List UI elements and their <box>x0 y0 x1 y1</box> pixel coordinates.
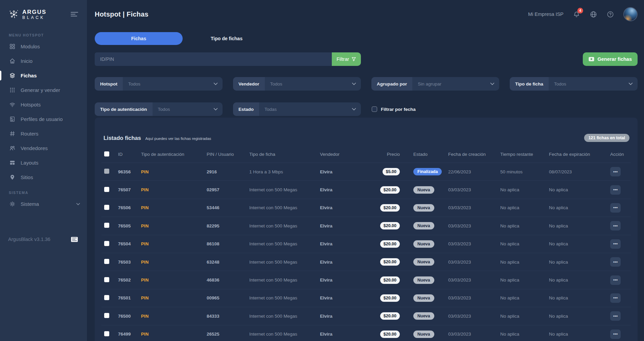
tab-tipo-de-fichas[interactable]: Tipo de fichas <box>183 32 271 45</box>
column-header-precio[interactable]: Precio <box>380 152 413 157</box>
filter-vendedor[interactable]: Vendedor Todos <box>233 77 361 91</box>
cell-id: 76505 <box>118 223 141 228</box>
row-checkbox[interactable] <box>104 169 109 174</box>
row-checkbox[interactable] <box>104 313 109 318</box>
cell-pin: 02957 <box>207 187 249 192</box>
layers-icon <box>9 72 16 79</box>
row-actions-button[interactable]: ••• <box>610 257 621 267</box>
row-actions-button[interactable]: ••• <box>610 167 621 176</box>
cell-vendor: Elvira <box>320 205 380 210</box>
row-actions-button[interactable]: ••• <box>610 311 621 321</box>
sidebar-item-generar-y-vender[interactable]: Generar y vender <box>0 83 87 97</box>
sidebar-item-layouts[interactable]: Layouts <box>0 155 87 170</box>
column-header-auth-type[interactable]: Tipo de autenticación <box>141 152 207 157</box>
column-header-fecha-expiracion[interactable]: Fecha de expiración <box>549 152 610 157</box>
sidebar-item-modulos[interactable]: Modulos <box>0 39 87 54</box>
generate-fichas-button[interactable]: Generar fichas <box>583 52 638 66</box>
row-actions-button[interactable]: ••• <box>610 293 621 303</box>
dots-grid-icon <box>9 87 16 93</box>
row-actions-button[interactable]: ••• <box>610 221 621 230</box>
help-button[interactable] <box>606 10 614 18</box>
filter-value: Todos <box>153 107 213 112</box>
topbar: Hotspot | Fichas Mi Empresa ISP 4 <box>95 0 638 28</box>
cell-vendor: Elvira <box>320 314 380 319</box>
table-row: 76499 PIN 26525 Internet con 500 Megas E… <box>101 325 631 341</box>
cell-pin: 53446 <box>207 205 249 210</box>
filter-estado[interactable]: Estado Todas <box>233 102 361 116</box>
cell-id: 76500 <box>118 314 141 319</box>
row-checkbox[interactable] <box>104 295 109 300</box>
row-actions-button[interactable]: ••• <box>610 185 621 195</box>
cell-expiration-date: No aplica <box>549 260 610 265</box>
price-badge: $20.00 <box>380 331 400 338</box>
more-options-icon: ••• <box>613 260 618 265</box>
row-actions-button[interactable]: ••• <box>610 330 621 339</box>
row-checkbox[interactable] <box>104 277 109 282</box>
cell-ficha-type: Internet con 500 Megas <box>249 205 320 210</box>
cell-auth-type: PIN <box>141 241 207 246</box>
date-filter-checkbox[interactable]: Filtrar por fecha <box>372 106 416 112</box>
column-header-ficha-type[interactable]: Tipo de ficha <box>249 152 320 157</box>
user-avatar[interactable] <box>623 7 638 21</box>
cell-auth-type: PIN <box>141 295 207 300</box>
sidebar-item-vendedores[interactable]: Vendedores <box>0 141 87 155</box>
sidebar-item-sistema[interactable]: Sistema <box>0 197 87 211</box>
table-row: 76504 PIN 86108 Internet con 500 Megas E… <box>101 235 631 253</box>
card-subtitle: Aquí puedes ver las fichas registradas <box>145 137 211 141</box>
column-header-estado[interactable]: Estado <box>413 152 448 157</box>
column-header-vendedor[interactable]: Vendedor <box>320 152 380 157</box>
row-checkbox[interactable] <box>104 331 109 336</box>
tab-fichas[interactable]: Fichas <box>95 32 183 45</box>
column-header-fecha-creacion[interactable]: Fecha de creación <box>448 152 500 157</box>
filter-button[interactable]: Filtrar <box>332 52 361 66</box>
sidebar-item-fichas[interactable]: Fichas <box>0 68 87 83</box>
cell-ficha-type: Internet con 500 Megas <box>249 332 320 337</box>
filter-agrupado-por[interactable]: Agrupado por Sin agrupar <box>371 77 499 91</box>
cell-expiration-date: No aplica <box>549 332 610 337</box>
cell-expiration-date: No aplica <box>549 205 610 210</box>
column-header-pin-usuario[interactable]: PIN / Usuario <box>207 152 249 157</box>
cell-remaining-time: No aplica <box>500 277 549 283</box>
cell-created-date: 03/03/2023 <box>448 223 500 228</box>
notifications-button[interactable]: 4 <box>573 10 580 18</box>
argusblack-logo[interactable]: ARGUS BLACK <box>9 9 46 20</box>
sidebar-item-label: Sistema <box>21 201 39 207</box>
row-actions-button[interactable]: ••• <box>610 203 621 213</box>
cell-remaining-time: No aplica <box>500 295 549 300</box>
search-input[interactable] <box>95 52 332 66</box>
row-actions-button[interactable]: ••• <box>610 239 621 249</box>
row-actions-button[interactable]: ••• <box>610 275 621 285</box>
cell-vendor: Elvira <box>320 241 380 246</box>
more-options-icon: ••• <box>613 205 618 210</box>
sidebar: ARGUS BLACK MENU HOTSPOT Modulos <box>0 0 87 341</box>
cell-ficha-type: Internet con 500 Megas <box>249 260 320 265</box>
chevron-down-icon <box>352 108 356 111</box>
column-header-accion[interactable]: Acción <box>610 152 629 157</box>
sidebar-item-sitios[interactable]: Sitios <box>0 170 87 185</box>
cell-vendor: Elvira <box>320 332 380 337</box>
column-header-id[interactable]: ID <box>118 152 141 157</box>
language-button[interactable] <box>590 10 597 18</box>
filter-value: Todos <box>265 81 352 87</box>
sidebar-item-hotspots[interactable]: Hotspots <box>0 97 87 112</box>
date-filter-label: Filtrar por fecha <box>381 107 416 112</box>
fichas-list-card: Listado fichas Aquí puedes ver las ficha… <box>95 118 638 341</box>
row-checkbox[interactable] <box>104 187 109 192</box>
select-all-checkbox[interactable] <box>104 151 109 156</box>
cell-remaining-time: 50 minutos <box>500 169 549 174</box>
sidebar-item-routers[interactable]: Routers <box>0 126 87 141</box>
column-header-tiempo-restante[interactable]: Tiempo restante <box>500 152 549 157</box>
row-checkbox[interactable] <box>104 241 109 246</box>
row-checkbox[interactable] <box>104 223 109 228</box>
row-checkbox[interactable] <box>104 259 109 264</box>
sidebar-item-perfiles-de-usuario[interactable]: Perfiles de usuario <box>0 112 87 126</box>
status-badge: Nueva <box>413 258 434 266</box>
filter-hotspot[interactable]: Hotspot Todos <box>95 77 223 91</box>
more-options-icon: ••• <box>613 314 618 319</box>
filter-tipo-de-autenticacion[interactable]: Tipo de autenticación Todos <box>95 102 223 116</box>
row-checkbox[interactable] <box>104 205 109 210</box>
notifications-count-badge: 4 <box>577 8 583 14</box>
sidebar-item-inicio[interactable]: Inicio <box>0 54 87 68</box>
sidebar-toggle-icon[interactable] <box>69 10 79 18</box>
filter-tipo-de-ficha[interactable]: Tipo de ficha Todos <box>510 77 638 91</box>
